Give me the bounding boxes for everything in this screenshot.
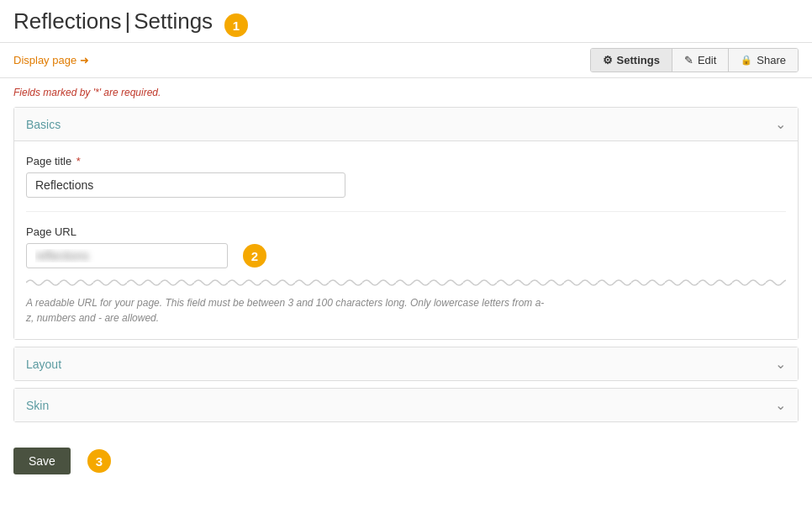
layout-section: Layout ⌄: [13, 347, 799, 381]
chevron-down-icon-2: ⌄: [775, 397, 786, 413]
chevron-up-icon: ⌄: [775, 116, 786, 132]
sub-header: Display page ➜ ⚙ Settings ✎ Edit 🔒 Share: [0, 43, 812, 78]
required-star: *: [76, 155, 81, 167]
lock-icon: 🔒: [741, 55, 752, 66]
step-badge-1: 1: [224, 13, 248, 37]
chevron-down-icon: ⌄: [775, 356, 786, 372]
page-title-input[interactable]: [26, 172, 345, 198]
wave-separator: [26, 275, 786, 290]
page-header: Reflections | Settings 1: [0, 0, 812, 43]
app-name: Reflections: [13, 8, 122, 34]
page-url-row: Page URL 2 A readable URL for your page.…: [26, 225, 786, 326]
save-button[interactable]: Save: [13, 448, 71, 474]
skin-section: Skin ⌄: [13, 388, 799, 422]
header-separator: |: [125, 8, 131, 34]
header-title-area: Reflections | Settings 1: [13, 8, 248, 37]
save-button-label: Save: [29, 454, 55, 468]
display-page-arrow-icon: ➜: [80, 54, 89, 66]
gear-icon: ⚙: [603, 54, 613, 66]
action-button-group: ⚙ Settings ✎ Edit 🔒 Share: [590, 48, 799, 72]
step-badge-3: 3: [87, 449, 111, 473]
page-url-label: Page URL: [26, 225, 786, 238]
page-title-label: Page title *: [26, 155, 786, 167]
layout-section-header[interactable]: Layout ⌄: [14, 347, 798, 380]
settings-button[interactable]: ⚙ Settings: [591, 49, 672, 72]
edit-icon: ✎: [684, 54, 693, 66]
share-button[interactable]: 🔒 Share: [728, 49, 798, 72]
main-content: Fields marked by '*' are required. Basic…: [0, 78, 812, 437]
layout-section-title: Layout: [26, 358, 61, 371]
basics-section-body: Page title * Page URL 2 A readable URL f…: [14, 141, 798, 339]
required-fields-note: Fields marked by '*' are required.: [13, 87, 799, 98]
page-url-input[interactable]: [26, 243, 228, 268]
basics-section-header[interactable]: Basics ⌄: [14, 108, 798, 141]
edit-button-label: Edit: [698, 54, 716, 66]
page-title-row: Page title *: [26, 155, 786, 212]
skin-section-title: Skin: [26, 399, 49, 412]
settings-button-label: Settings: [617, 54, 660, 66]
page-footer: Save 3: [0, 437, 812, 485]
url-input-wrapper: 2: [26, 243, 786, 268]
share-button-label: Share: [757, 54, 786, 66]
basics-section-title: Basics: [26, 118, 61, 131]
skin-section-header[interactable]: Skin ⌄: [14, 389, 798, 421]
display-page-label: Display page: [13, 54, 76, 66]
step-badge-2: 2: [243, 244, 266, 268]
edit-button[interactable]: ✎ Edit: [672, 49, 728, 72]
section-name: Settings: [134, 8, 213, 34]
display-page-link[interactable]: Display page ➜: [13, 54, 89, 66]
basics-section: Basics ⌄ Page title * Page URL 2: [13, 107, 799, 340]
page-url-hint: A readable URL for your page. This field…: [26, 295, 547, 326]
